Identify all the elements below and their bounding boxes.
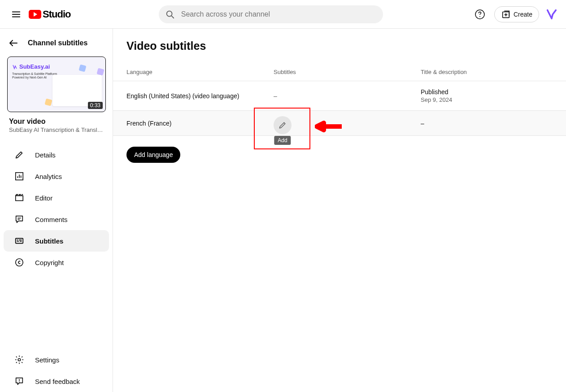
feedback-icon	[14, 376, 24, 386]
status-date: Sep 9, 2024	[421, 96, 553, 103]
svg-point-7	[16, 259, 23, 266]
copyright-icon	[14, 257, 24, 267]
col-header-subtitles: Subtitles	[274, 69, 421, 75]
nav-label: Comments	[35, 216, 68, 223]
status-text: Published	[421, 88, 553, 96]
bar-chart-icon	[14, 171, 24, 181]
nav-details[interactable]: Details	[4, 144, 109, 166]
nav-copyright[interactable]: Copyright	[4, 252, 109, 273]
table-header: Language Subtitles Title & description	[113, 63, 566, 81]
gear-icon	[14, 355, 24, 365]
thumb-deco-icon	[78, 64, 86, 72]
menu-button[interactable]	[7, 5, 25, 23]
search-bar[interactable]	[159, 5, 383, 23]
add-tooltip: Add	[274, 136, 291, 145]
youtube-studio-logo[interactable]: Studio	[29, 9, 70, 20]
thumb-duration: 0:33	[88, 102, 103, 109]
nav-feedback[interactable]: Send feedback	[4, 370, 109, 392]
svg-point-9	[19, 381, 20, 382]
subtitles-icon	[14, 236, 24, 246]
search-input[interactable]	[181, 10, 381, 18]
sidebar: Channel subtitles SubEasy.ai Transcripti…	[0, 29, 113, 392]
logo-text: Studio	[43, 9, 70, 20]
nav-label: Subtitles	[35, 237, 63, 245]
help-icon	[475, 9, 485, 20]
pencil-icon	[14, 150, 24, 160]
nav-settings[interactable]: Settings	[4, 349, 109, 370]
thumb-subtitle: Transcription & Subtitle Platform Powere…	[12, 72, 57, 80]
col-header-title-desc: Title & description	[421, 69, 553, 75]
add-subtitles-button[interactable]	[274, 116, 292, 134]
nav-label: Settings	[35, 356, 59, 364]
your-video-heading: Your video	[9, 118, 104, 126]
create-button[interactable]: Create	[494, 6, 539, 22]
content-area: Video subtitles Language Subtitles Title…	[113, 29, 566, 392]
header: Studio Create	[0, 0, 566, 29]
svg-point-0	[166, 11, 172, 16]
arrow-left-icon	[8, 38, 19, 48]
back-label: Channel subtitles	[28, 39, 87, 47]
nav-label: Editor	[35, 194, 52, 202]
nav-label: Copyright	[35, 259, 64, 266]
svg-rect-5	[16, 196, 23, 200]
table-row[interactable]: English (United States) (video language)…	[113, 81, 566, 111]
sidebar-nav: Details Analytics Editor Comments Subtit…	[0, 144, 113, 392]
video-title: SubEasy AI Transcription & Translati...	[9, 126, 104, 133]
cell-language: English (United States) (video language)	[126, 92, 274, 100]
pencil-icon	[278, 121, 287, 130]
nav-analytics[interactable]: Analytics	[4, 166, 109, 187]
search-icon	[165, 9, 175, 19]
avatar-icon	[545, 8, 558, 21]
cell-title-desc: –	[421, 120, 553, 127]
cell-title-desc: Published Sep 9, 2024	[421, 88, 553, 103]
film-icon	[14, 193, 24, 203]
add-language-button[interactable]: Add language	[126, 147, 180, 163]
comment-icon	[14, 214, 24, 224]
svg-rect-6	[16, 239, 23, 244]
thumb-brand: SubEasy.ai	[19, 63, 50, 70]
cell-language: French (France)	[126, 120, 274, 127]
account-avatar[interactable]	[544, 7, 559, 22]
back-to-channel-subtitles[interactable]: Channel subtitles	[0, 31, 113, 55]
col-header-language: Language	[126, 69, 274, 75]
create-icon	[501, 9, 511, 19]
nav-label: Details	[35, 151, 56, 159]
create-label: Create	[514, 11, 532, 18]
table-row[interactable]: French (France) Add –	[113, 111, 566, 136]
cell-subtitles: –	[274, 92, 421, 100]
nav-subtitles[interactable]: Subtitles	[4, 230, 109, 252]
youtube-play-icon	[29, 10, 41, 19]
nav-label: Send feedback	[35, 378, 80, 385]
hamburger-icon	[11, 9, 21, 19]
nav-label: Analytics	[35, 173, 62, 180]
video-thumbnail[interactable]: SubEasy.ai Transcription & Subtitle Plat…	[7, 57, 106, 112]
nav-editor[interactable]: Editor	[4, 187, 109, 209]
page-title: Video subtitles	[113, 29, 566, 63]
nav-comments[interactable]: Comments	[4, 209, 109, 230]
help-button[interactable]	[471, 5, 489, 23]
svg-point-8	[18, 358, 21, 361]
thumb-brand-icon	[12, 64, 17, 70]
thumb-deco-icon	[44, 98, 52, 106]
thumb-deco-icon	[96, 68, 104, 75]
svg-point-2	[479, 16, 480, 17]
